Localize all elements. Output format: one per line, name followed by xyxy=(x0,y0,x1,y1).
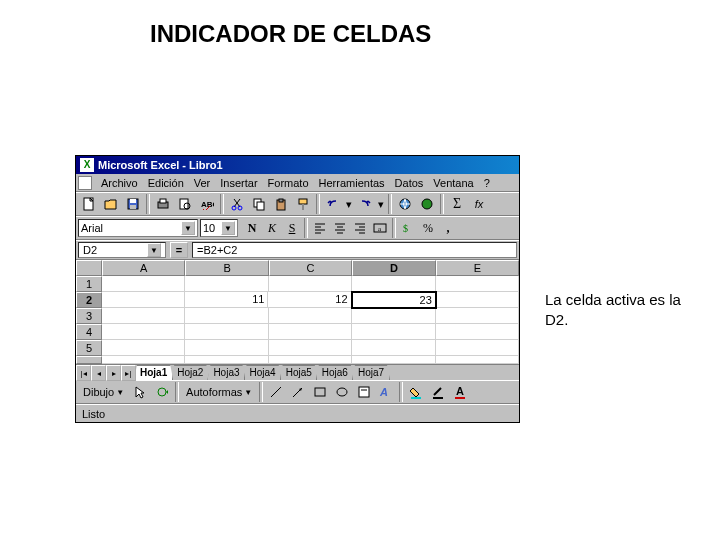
rotate-button[interactable] xyxy=(151,382,173,402)
cell-d3[interactable] xyxy=(352,308,435,324)
autoshapes-menu[interactable]: Autoformas ▼ xyxy=(181,383,257,401)
cell-a3[interactable] xyxy=(102,308,185,324)
formula-equals-button[interactable]: = xyxy=(170,242,188,258)
draw-menu[interactable]: Dibujo ▼ xyxy=(78,383,129,401)
autosum-button[interactable]: Σ xyxy=(446,194,468,214)
row-header-4[interactable]: 4 xyxy=(76,324,102,340)
col-header-c[interactable]: C xyxy=(269,260,352,276)
web-toolbar-button[interactable] xyxy=(416,194,438,214)
redo-button[interactable] xyxy=(354,194,376,214)
print-button[interactable] xyxy=(152,194,174,214)
underline-button[interactable]: S xyxy=(282,218,302,238)
comma-button[interactable]: , xyxy=(438,218,458,238)
cell-a6[interactable] xyxy=(102,356,185,364)
sheet-tab-hoja2[interactable]: Hoja2 xyxy=(171,365,209,380)
font-color-button[interactable]: A xyxy=(449,382,471,402)
align-left-button[interactable] xyxy=(310,218,330,238)
name-box[interactable]: D2 ▼ xyxy=(78,242,166,258)
sheet-nav-prev[interactable]: ◂ xyxy=(91,365,106,381)
cell-d6[interactable] xyxy=(352,356,435,364)
hyperlink-button[interactable] xyxy=(394,194,416,214)
sheet-tab-hoja1[interactable]: Hoja1 xyxy=(136,365,173,380)
cell-e1[interactable] xyxy=(436,276,519,292)
copy-button[interactable] xyxy=(248,194,270,214)
bold-button[interactable]: N xyxy=(242,218,262,238)
font-size-combo[interactable]: 10 ▼ xyxy=(200,219,238,237)
menu-edicion[interactable]: Edición xyxy=(143,176,189,190)
spellcheck-button[interactable]: ABC xyxy=(196,194,218,214)
cut-button[interactable] xyxy=(226,194,248,214)
cell-d1[interactable] xyxy=(352,276,435,292)
menu-ver[interactable]: Ver xyxy=(189,176,216,190)
font-combo[interactable]: Arial ▼ xyxy=(78,219,198,237)
menu-datos[interactable]: Datos xyxy=(390,176,429,190)
col-header-e[interactable]: E xyxy=(436,260,519,276)
select-all-corner[interactable] xyxy=(76,260,102,276)
currency-button[interactable]: $ xyxy=(398,218,418,238)
save-button[interactable] xyxy=(122,194,144,214)
sheet-tab-hoja6[interactable]: Hoja6 xyxy=(316,365,354,380)
fill-color-button[interactable] xyxy=(405,382,427,402)
document-icon[interactable] xyxy=(78,176,92,190)
print-preview-button[interactable] xyxy=(174,194,196,214)
cell-e4[interactable] xyxy=(436,324,519,340)
align-right-button[interactable] xyxy=(350,218,370,238)
cell-d4[interactable] xyxy=(352,324,435,340)
function-button[interactable]: fx xyxy=(468,194,490,214)
undo-button[interactable] xyxy=(322,194,344,214)
row-header-1[interactable]: 1 xyxy=(76,276,102,292)
cell-b5[interactable] xyxy=(185,340,268,356)
cell-b6[interactable] xyxy=(185,356,268,364)
cell-e2[interactable] xyxy=(436,292,519,308)
cell-a1[interactable] xyxy=(102,276,185,292)
cell-d2[interactable]: 23 xyxy=(351,291,437,309)
redo-dropdown[interactable]: ▾ xyxy=(376,194,386,214)
cell-b3[interactable] xyxy=(185,308,268,324)
percent-button[interactable]: % xyxy=(418,218,438,238)
sheet-tab-hoja3[interactable]: Hoja3 xyxy=(207,365,245,380)
cell-b4[interactable] xyxy=(185,324,268,340)
col-header-d[interactable]: D xyxy=(352,260,435,276)
menu-help[interactable]: ? xyxy=(479,176,495,190)
select-objects-button[interactable] xyxy=(129,382,151,402)
sheet-nav-last[interactable]: ▸| xyxy=(121,365,136,381)
cell-b2[interactable]: 11 xyxy=(185,292,268,308)
textbox-button[interactable] xyxy=(353,382,375,402)
line-button[interactable] xyxy=(265,382,287,402)
menu-herramientas[interactable]: Herramientas xyxy=(314,176,390,190)
sheet-tab-hoja7[interactable]: Hoja7 xyxy=(352,365,390,380)
menu-insertar[interactable]: Insertar xyxy=(215,176,262,190)
col-header-a[interactable]: A xyxy=(102,260,185,276)
wordart-button[interactable]: A xyxy=(375,382,397,402)
cell-e5[interactable] xyxy=(436,340,519,356)
align-center-button[interactable] xyxy=(330,218,350,238)
merge-center-button[interactable]: a xyxy=(370,218,390,238)
cell-c6[interactable] xyxy=(269,356,352,364)
cell-e3[interactable] xyxy=(436,308,519,324)
format-painter-button[interactable] xyxy=(292,194,314,214)
new-button[interactable] xyxy=(78,194,100,214)
cell-a5[interactable] xyxy=(102,340,185,356)
formula-input[interactable]: =B2+C2 xyxy=(192,242,517,258)
menu-formato[interactable]: Formato xyxy=(263,176,314,190)
row-header-5[interactable]: 5 xyxy=(76,340,102,356)
cell-c4[interactable] xyxy=(269,324,352,340)
cell-c3[interactable] xyxy=(269,308,352,324)
cell-b1[interactable] xyxy=(185,276,268,292)
menu-ventana[interactable]: Ventana xyxy=(428,176,478,190)
sheet-nav-next[interactable]: ▸ xyxy=(106,365,121,381)
cell-d5[interactable] xyxy=(352,340,435,356)
row-header-6[interactable] xyxy=(76,356,102,364)
line-color-button[interactable] xyxy=(427,382,449,402)
col-header-b[interactable]: B xyxy=(185,260,268,276)
cell-e6[interactable] xyxy=(436,356,519,364)
row-header-3[interactable]: 3 xyxy=(76,308,102,324)
cell-c1[interactable] xyxy=(269,276,352,292)
arrow-button[interactable] xyxy=(287,382,309,402)
cell-a4[interactable] xyxy=(102,324,185,340)
open-button[interactable] xyxy=(100,194,122,214)
rectangle-button[interactable] xyxy=(309,382,331,402)
italic-button[interactable]: K xyxy=(262,218,282,238)
sheet-nav-first[interactable]: |◂ xyxy=(76,365,91,381)
cell-a2[interactable] xyxy=(102,292,185,308)
